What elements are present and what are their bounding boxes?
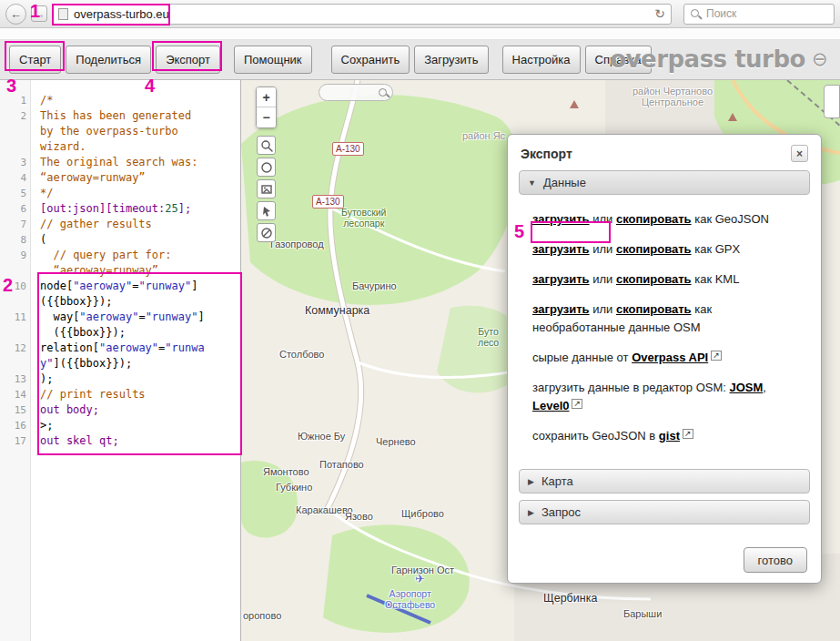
- code-text: “aeroway=runway”: [31, 170, 240, 186]
- forward-button[interactable]: →: [31, 5, 47, 22]
- line-number: 6: [0, 201, 31, 217]
- search-icon: [378, 87, 389, 98]
- code-line: 9 // query part for: “aeroway=runway”: [0, 248, 240, 279]
- code-text: */: [31, 186, 240, 201]
- line-number: 13: [0, 371, 31, 387]
- map-label: Буто лесо: [478, 326, 499, 348]
- code-line: 1/*: [0, 93, 240, 108]
- map-tools: [257, 136, 276, 242]
- code-text: >;: [31, 418, 240, 433]
- url-bar[interactable]: overpass-turbo.eu ↻: [52, 4, 672, 25]
- map-pointer-button[interactable]: [257, 201, 276, 220]
- line-number: 8: [0, 232, 31, 248]
- magnifier-icon: [260, 139, 273, 152]
- line-number: 15: [0, 402, 31, 418]
- code-text: way["aeroway"="runway"] ({{bbox}});: [31, 310, 240, 341]
- code-text: (: [31, 232, 240, 248]
- external-link-icon: ↗: [683, 429, 693, 439]
- dialog-titlebar: Экспорт ×: [521, 145, 808, 162]
- map-label: район Чертаново Центральное: [633, 86, 713, 107]
- section-map[interactable]: ▶ Карта: [519, 469, 810, 493]
- export-link[interactable]: скопировать: [616, 242, 692, 256]
- export-text: или: [590, 272, 616, 286]
- toolbar-button-share[interactable]: Поделиться: [66, 46, 151, 74]
- export-link[interactable]: скопировать: [616, 272, 692, 286]
- export-text: сохранить GeoJSON в: [532, 429, 659, 443]
- code-text: This has been generated by the overpass-…: [31, 108, 240, 155]
- map-label: Губкино: [276, 482, 312, 493]
- road-ref-badge: А-130: [312, 195, 344, 209]
- map-search-box[interactable]: [319, 84, 393, 101]
- code-line: 13);: [0, 371, 240, 387]
- export-link[interactable]: gist: [659, 429, 680, 443]
- map-disable-button[interactable]: [257, 223, 276, 242]
- code-lines: 1/*2This has been generated by the overp…: [0, 93, 240, 449]
- section-map-label: Карта: [541, 474, 573, 488]
- code-text: out body;: [31, 402, 240, 418]
- toolbar-button-save[interactable]: Сохранить: [331, 46, 410, 74]
- site-favicon: [58, 8, 68, 20]
- line-number: 1: [0, 93, 31, 108]
- map-label: Щербинка: [543, 592, 597, 605]
- export-link[interactable]: загрузить: [532, 242, 590, 256]
- export-row: загрузить или скопировать как KML: [532, 270, 806, 289]
- zoom-in-button[interactable]: +: [257, 87, 276, 107]
- code-text: [out:json][timeout:25];: [31, 201, 240, 217]
- section-data[interactable]: ▼ Данные: [519, 170, 810, 195]
- map-locate-button[interactable]: [257, 158, 276, 177]
- export-link[interactable]: Level0: [532, 399, 569, 412]
- code-line: 17out skel qt;: [0, 433, 240, 449]
- export-text: загрузить данные в редактор OSM:: [532, 381, 730, 394]
- map-label: район Яс: [462, 130, 505, 141]
- code-text: );: [31, 371, 240, 387]
- url-text[interactable]: overpass-turbo.eu: [74, 7, 169, 21]
- map-label: Щиброво: [401, 508, 444, 519]
- zoom-out-button[interactable]: −: [257, 107, 276, 127]
- export-link[interactable]: загрузить: [532, 212, 590, 226]
- code-text: // gather results: [31, 217, 240, 232]
- line-number: 3: [0, 155, 31, 170]
- close-icon[interactable]: ×: [791, 145, 808, 162]
- browser-search-input[interactable]: Поиск: [683, 4, 835, 25]
- app-logo: overpass turbo ⊖: [610, 46, 827, 73]
- toolbar-button-export[interactable]: Экспорт: [156, 46, 220, 74]
- done-button[interactable]: готово: [744, 547, 807, 573]
- forward-icon: →: [34, 8, 46, 20]
- line-number: 5: [0, 186, 31, 201]
- export-text: как KML: [692, 272, 740, 286]
- code-line: 15out body;: [0, 402, 240, 418]
- circle-icon: [260, 161, 273, 174]
- section-query[interactable]: ▶ Запрос: [519, 500, 810, 524]
- app-toolbar: СтартПоделитьсяЭкспортПомощникСохранитьЗ…: [0, 40, 840, 80]
- pointer-icon: [260, 205, 273, 218]
- export-link[interactable]: скопировать: [616, 302, 692, 316]
- toolbar-button-run[interactable]: Старт: [9, 46, 61, 74]
- map-label: Южное Бу: [298, 431, 345, 442]
- toolbar-button-load[interactable]: Загрузить: [414, 46, 488, 74]
- line-number: 2: [0, 108, 31, 155]
- export-link[interactable]: скопировать: [616, 212, 692, 226]
- back-button[interactable]: ←: [5, 4, 26, 25]
- code-line: 16>;: [0, 418, 240, 433]
- export-row: загрузить или скопировать как GPX: [532, 240, 806, 259]
- export-link[interactable]: загрузить: [532, 272, 590, 286]
- map-label: Чернево: [376, 436, 416, 447]
- map-label: Столбово: [279, 349, 324, 360]
- export-link[interactable]: загрузить: [532, 302, 590, 316]
- triangle-right-icon: ▶: [528, 477, 534, 486]
- line-number: 9: [0, 248, 31, 279]
- triangle-down-icon: ▼: [528, 178, 536, 188]
- layers-control[interactable]: [824, 85, 840, 118]
- line-number: 17: [0, 433, 31, 449]
- query-editor[interactable]: 1/*2This has been generated by the overp…: [0, 80, 241, 641]
- map-search-button[interactable]: [257, 136, 276, 155]
- map-image-button[interactable]: [257, 179, 276, 198]
- export-link[interactable]: JOSM: [730, 381, 764, 394]
- export-link[interactable]: Overpass API: [632, 351, 708, 364]
- reload-icon[interactable]: ↻: [654, 6, 665, 21]
- export-row: загрузить или скопировать как необработа…: [532, 300, 806, 337]
- toolbar-button-wizard[interactable]: Помощник: [234, 46, 312, 74]
- toolbar-button-settings[interactable]: Настройка: [502, 46, 581, 74]
- external-link-icon: ↗: [711, 351, 722, 361]
- code-text: /*: [31, 93, 240, 108]
